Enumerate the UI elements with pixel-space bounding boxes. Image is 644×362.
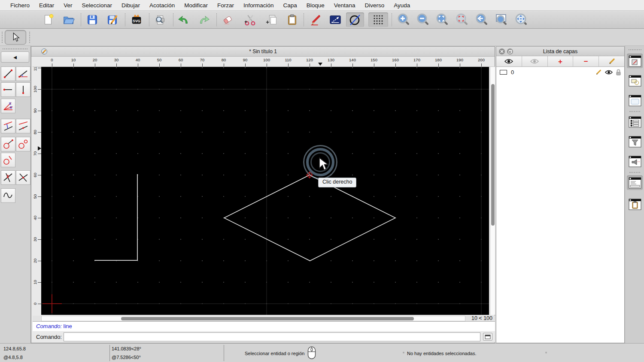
draw-pen-button[interactable] (308, 12, 323, 27)
svg-export-button[interactable]: SVG (129, 12, 144, 27)
snap-free-button[interactable] (346, 12, 364, 27)
statusbar-separator (224, 345, 224, 361)
layers-panel-title: Lista de capas (543, 48, 578, 54)
menu-item-editar[interactable]: Editar (34, 2, 59, 9)
clipboard-window-button[interactable] (627, 197, 643, 211)
command-options-window-button[interactable] (627, 154, 643, 169)
tool-line-2-points[interactable] (1, 66, 15, 81)
clipboard-window-icon (629, 199, 641, 210)
menu-item-dibujar[interactable]: Dibujar (117, 2, 145, 9)
hruler-tick (159, 63, 160, 67)
menu-item-fichero[interactable]: Fichero (6, 2, 34, 9)
palette-back-button[interactable]: ◀ (1, 51, 29, 63)
selection-pointer-button[interactable] (5, 30, 26, 45)
layer-visible-eye-icon[interactable] (605, 69, 613, 75)
save-button[interactable] (85, 12, 100, 27)
tool-circle-tangent-2[interactable] (16, 137, 30, 151)
paste-button[interactable] (285, 12, 299, 27)
panel-float-button[interactable] (507, 48, 513, 54)
command-input[interactable] (64, 332, 480, 341)
vertical-scrollbar[interactable] (490, 67, 495, 315)
layer-edit-pencil-icon[interactable] (595, 69, 602, 75)
drawing-window-titlebar[interactable]: * Sin título 1 (31, 47, 495, 57)
open-file-button[interactable] (61, 12, 76, 27)
layer-lock-icon[interactable] (616, 69, 621, 75)
horizontal-scrollbar[interactable] (41, 316, 465, 321)
grid-toggle-button[interactable] (368, 12, 388, 27)
toolbar-separator (392, 13, 392, 26)
layer-list-window-button[interactable] (627, 54, 643, 68)
tool-line-perpendicular[interactable] (1, 119, 15, 133)
hruler-tick (438, 63, 439, 67)
drawing-canvas[interactable]: Clic derecho (41, 67, 489, 315)
menu-item-ver[interactable]: Ver (59, 2, 77, 9)
menu-item-ventana[interactable]: Ventana (329, 2, 360, 9)
palette-handle[interactable] (3, 48, 27, 49)
horizontal-scrollbar-thumb[interactable] (121, 317, 414, 320)
panel-close-button[interactable] (499, 48, 505, 54)
remove-layer-button[interactable]: − (573, 56, 598, 66)
menu-item-modificar[interactable]: Modificar (179, 2, 213, 9)
circle-tangent-2-icon (18, 139, 29, 150)
menu-item-diverso[interactable]: Diverso (360, 2, 389, 9)
toolbar-handle[interactable] (2, 32, 3, 43)
library-browser-window-button[interactable] (627, 93, 643, 108)
add-layer-button[interactable]: + (548, 56, 573, 66)
cut-button[interactable] (243, 12, 257, 27)
menu-item-bloque[interactable]: Bloque (302, 2, 329, 9)
undo-icon (177, 13, 190, 26)
dock-handle[interactable] (629, 49, 641, 50)
new-file-button[interactable] (41, 12, 56, 27)
menu-item-información[interactable]: Información (239, 2, 279, 9)
copy-button[interactable] (264, 12, 279, 27)
redo-button[interactable] (197, 12, 211, 27)
zoom-pan-button[interactable] (514, 12, 529, 27)
menu-item-forzar[interactable]: Forzar (213, 2, 239, 9)
edit-layer-button[interactable] (599, 56, 624, 66)
undo-button[interactable] (176, 12, 191, 27)
tool-circle-tangent-line[interactable] (1, 153, 15, 167)
redo-icon (197, 13, 210, 26)
toolbar-separator (149, 13, 149, 26)
filter-window-button[interactable] (627, 134, 643, 149)
hide-all-layers-button[interactable] (522, 56, 547, 66)
print-preview-button[interactable] (153, 12, 167, 27)
tool-line-parallel-point[interactable] (16, 119, 30, 133)
line-angle-button[interactable] (328, 12, 343, 27)
show-all-layers-button[interactable] (496, 56, 522, 66)
command-prompt-label: Comando: (33, 334, 64, 340)
zoom-previous-button[interactable] (455, 12, 469, 27)
tool-cross-intersect[interactable] (16, 170, 30, 185)
pencil-icon (608, 58, 616, 65)
tool-line-horizontal[interactable] (1, 82, 15, 97)
tool-trim-intersect[interactable] (1, 170, 15, 185)
line-angle-tool-icon (18, 68, 29, 79)
command-line-window-button[interactable] (627, 175, 643, 190)
command-detach-button[interactable] (483, 333, 492, 341)
layer-row[interactable]: 0 (496, 67, 624, 77)
save-as-button[interactable] (105, 12, 120, 27)
tool-line-angle[interactable] (16, 66, 30, 81)
hruler-label: 170 (410, 57, 423, 62)
zoom-in-button[interactable] (396, 12, 411, 27)
line-horizontal-icon (3, 84, 14, 95)
entity-list-window-button[interactable] (627, 115, 643, 129)
zoom-out-button[interactable] (416, 12, 430, 27)
zoom-auto-button[interactable] (435, 12, 450, 27)
vertical-scrollbar-thumb[interactable] (491, 84, 495, 226)
tool-line-vertical[interactable] (16, 82, 30, 97)
menu-item-seleccionar[interactable]: Seleccionar (77, 2, 117, 9)
eraser-button[interactable] (220, 12, 235, 27)
menu-item-ayuda[interactable]: Ayuda (389, 2, 415, 9)
zoom-previous-icon (455, 13, 469, 27)
toolbar-handle[interactable] (29, 32, 30, 43)
menu-item-capa[interactable]: Capa (279, 2, 302, 9)
menu-item-acotación[interactable]: Acotación (145, 2, 179, 9)
zoom-window-button[interactable] (494, 12, 509, 27)
canvas-entities (41, 67, 489, 315)
tool-angle-bisector[interactable] (1, 99, 15, 113)
block-list-window-button[interactable] (627, 73, 643, 88)
tool-circle-tangent-point[interactable] (1, 137, 15, 151)
zoom-back-button[interactable] (474, 12, 489, 27)
tool-freehand[interactable] (1, 188, 15, 203)
